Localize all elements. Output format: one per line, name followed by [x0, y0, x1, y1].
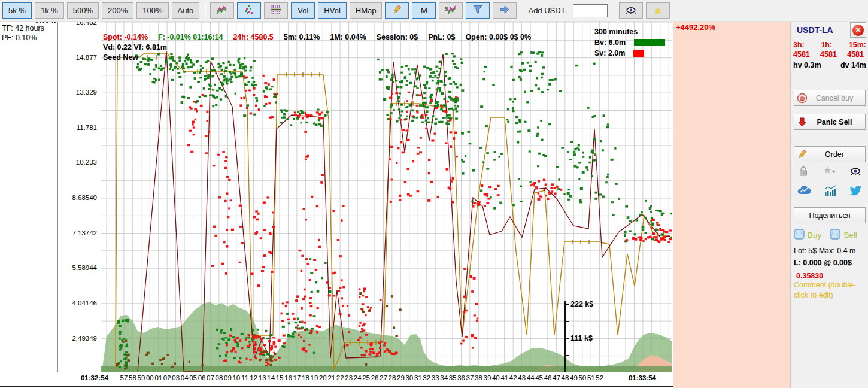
- spot-change: Spot: -0.14%: [103, 33, 148, 41]
- star-toolbar-button[interactable]: ★: [646, 2, 670, 19]
- x-axis-label: 42: [509, 374, 517, 381]
- buy-label[interactable]: Buy: [808, 231, 821, 240]
- stop-hand-icon: [794, 93, 810, 104]
- settings-icon-row: ★+: [794, 165, 866, 179]
- x-axis-label: 49: [570, 374, 578, 381]
- ice-cube-icon[interactable]: [830, 229, 840, 241]
- legend-sell-volume: Sv: 2.0m: [594, 48, 665, 59]
- open-value: Open: 0.00$ 0$ 0%: [465, 33, 531, 41]
- close-button[interactable]: ✕: [850, 22, 866, 38]
- zoom-auto-button[interactable]: Auto: [172, 2, 200, 19]
- bottom-divider: [0, 386, 673, 387]
- comment-field[interactable]: Comment (double-click to edit): [794, 280, 864, 301]
- arrow-right-button[interactable]: [493, 2, 517, 19]
- change-1m: 1M: 0.04%: [330, 33, 366, 41]
- s-percent-button[interactable]: S: [439, 2, 463, 19]
- y-axis-label: 11.781: [60, 124, 97, 131]
- zoom-5k-button[interactable]: 5k %: [2, 2, 32, 19]
- pf-label: PF: 0.10%: [0, 32, 57, 42]
- eye-toolbar-button[interactable]: [619, 2, 643, 19]
- sell-volume-swatch: [633, 50, 644, 57]
- legend-title: 300 minutes: [594, 26, 665, 37]
- eye-icon: [625, 5, 637, 16]
- x-axis-label: 21: [327, 374, 335, 381]
- cancel-buy-button[interactable]: Cancel buy: [794, 90, 866, 106]
- order-button[interactable]: Order: [794, 146, 866, 162]
- hmap-button[interactable]: HMap: [350, 2, 383, 19]
- price-24h: 24h: 4580.5: [233, 33, 273, 41]
- scatter-mode-button[interactable]: [237, 2, 261, 19]
- x-axis-label: 41: [500, 374, 508, 381]
- y-axis-label: 8.68540: [60, 194, 97, 201]
- twitter-icon[interactable]: [849, 184, 862, 198]
- vol-button[interactable]: Vol: [291, 2, 315, 19]
- zoom-200-button[interactable]: 200%: [102, 2, 133, 19]
- pencil-icon: [794, 149, 810, 160]
- x-axis-label: 29: [397, 374, 405, 381]
- dotted-rows-button[interactable]: [264, 2, 288, 19]
- futures-change: F: -0.01% 01:16:14: [158, 33, 223, 41]
- legend-buy-volume: Bv: 6.0m: [594, 37, 665, 48]
- chart-canvas[interactable]: 222 k$111 k$: [101, 18, 672, 372]
- x-axis-label: 44: [527, 374, 535, 381]
- panic-sell-button[interactable]: Panic Sell: [794, 114, 866, 130]
- x-axis-label: 09: [224, 374, 232, 381]
- add-usdt-label: Add USDT-: [528, 6, 567, 15]
- price-period-values: 4581 4581 4581: [793, 50, 864, 59]
- sell-label[interactable]: Sell: [843, 231, 857, 240]
- x-axis-label: 48: [562, 374, 569, 381]
- x-axis-label: 13: [259, 374, 266, 381]
- eye-icon[interactable]: [849, 165, 862, 179]
- cloud-chart-icon[interactable]: [797, 184, 812, 198]
- x-axis-label: 16: [284, 374, 292, 381]
- x-axis-label: 46: [544, 374, 552, 381]
- x-axis-label: 32: [423, 374, 430, 381]
- share-label: Поделиться: [809, 211, 850, 220]
- share-button[interactable]: Поделиться: [794, 207, 866, 223]
- x-axis-label: 36: [457, 374, 465, 381]
- bar-chart-icon[interactable]: [823, 184, 837, 198]
- zoom-100-button[interactable]: 100%: [136, 2, 168, 19]
- price-3h-value: 4581: [793, 50, 810, 59]
- m-button[interactable]: M: [412, 2, 436, 19]
- x-axis-label: 04: [181, 374, 189, 381]
- pencil-button[interactable]: [385, 2, 409, 19]
- lot-max-label: Lot: 5$ Max: 0.4 m: [794, 247, 856, 255]
- close-icon: ✕: [852, 25, 864, 36]
- buy-sell-row: Buy Sell: [794, 229, 866, 241]
- add-usdt-input[interactable]: [573, 4, 608, 17]
- x-axis-label: 51: [587, 374, 595, 381]
- filter-icon: [472, 5, 483, 16]
- x-axis-label: 59: [137, 374, 145, 381]
- x-axis-label: 03: [172, 374, 180, 381]
- x-axis-label: 20: [319, 374, 327, 381]
- gain-badge: +4492.20%: [676, 23, 715, 32]
- star-plus-icon[interactable]: ★+: [823, 165, 836, 179]
- x-axis-label: 05: [189, 374, 197, 381]
- x-axis-label: 31: [414, 374, 422, 381]
- lock-icon[interactable]: [797, 165, 809, 179]
- cancel-buy-label: Cancel buy: [810, 94, 859, 102]
- zigzag-lines-icon-button[interactable]: [210, 2, 234, 19]
- zoom-500-button[interactable]: 500%: [67, 2, 99, 19]
- filter-button[interactable]: [466, 2, 490, 19]
- x-axis-label: 12: [250, 374, 257, 381]
- y-axis-label: 2.49349: [60, 335, 97, 342]
- red-down-arrow-icon: [794, 117, 810, 127]
- toolbar: 5k % 1k % 500% 200% 100% Auto Vol HVol H…: [0, 0, 868, 22]
- x-axis-label: 15: [276, 374, 284, 381]
- gain-panel: +4492.20%: [673, 22, 790, 388]
- ice-cube-icon[interactable]: [794, 229, 805, 241]
- chart-legend: 300 minutes Bv: 6.0m Sv: 2.0m: [594, 26, 665, 59]
- zoom-1k-button[interactable]: 1k %: [35, 2, 64, 19]
- sidebar: USDT-LA ✕ 3h: 1h: 15m: 4581 4581 4581 hv…: [790, 22, 868, 388]
- zigzag-lines-icon: [217, 5, 227, 16]
- price-15m-value: 4581: [847, 50, 864, 59]
- change-5m: 5m: 0.11%: [284, 33, 320, 41]
- hvol-button[interactable]: HVol: [318, 2, 346, 19]
- chart-plot-area[interactable]: 222 k$111 k$: [101, 18, 672, 372]
- x-axis-label: 19: [310, 374, 318, 381]
- x-axis-label: 43: [518, 374, 526, 381]
- y-axis-label: 14.877: [60, 54, 97, 61]
- vd-vf-label: Vd: 0.22 Vf: 6.81m: [103, 43, 167, 51]
